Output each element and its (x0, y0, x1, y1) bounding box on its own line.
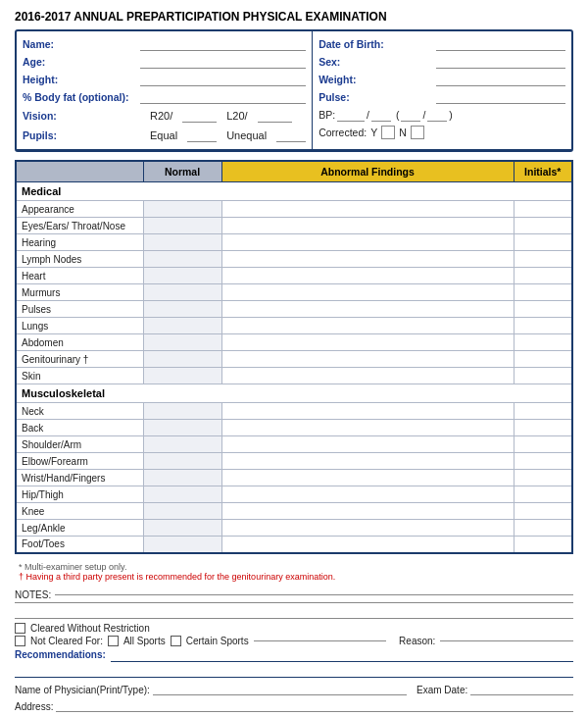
bp-systolic[interactable] (337, 108, 365, 122)
normal-cell[interactable] (143, 351, 221, 368)
abnormal-cell[interactable] (221, 453, 514, 470)
table-row: Abdomen (16, 334, 572, 351)
not-cleared-checkbox[interactable] (15, 636, 25, 646)
certain-sports-checkbox[interactable] (171, 636, 181, 646)
weight-value[interactable] (436, 73, 565, 86)
table-row: Appearance (16, 201, 572, 218)
initials-cell[interactable] (514, 537, 572, 553)
bp-field3[interactable] (427, 108, 447, 122)
normal-cell[interactable] (143, 318, 221, 334)
table-row: Wrist/Hand/Fingers (16, 470, 572, 486)
initials-cell[interactable] (514, 486, 572, 503)
abnormal-cell[interactable] (221, 368, 514, 384)
normal-cell[interactable] (143, 486, 221, 503)
recommendations-value[interactable] (111, 648, 573, 662)
initials-cell[interactable] (514, 251, 572, 268)
bodyfat-label: % Body fat (optional): (23, 91, 140, 103)
cleared-checkbox[interactable] (15, 623, 25, 634)
initials-cell[interactable] (514, 201, 572, 218)
normal-cell[interactable] (143, 251, 221, 268)
abnormal-cell[interactable] (221, 436, 514, 453)
reason-value[interactable] (440, 640, 573, 641)
normal-cell[interactable] (143, 403, 221, 420)
initials-cell[interactable] (514, 234, 572, 251)
physician-value[interactable] (153, 682, 407, 695)
initials-cell[interactable] (514, 520, 572, 537)
dob-value[interactable] (436, 37, 565, 51)
normal-cell[interactable] (143, 420, 221, 436)
normal-cell[interactable] (143, 470, 221, 486)
corrected-n-box[interactable] (411, 126, 424, 139)
abnormal-cell[interactable] (221, 301, 514, 318)
normal-cell[interactable] (143, 268, 221, 284)
initials-cell[interactable] (514, 268, 572, 284)
initials-cell[interactable] (514, 436, 572, 453)
abnormal-cell[interactable] (221, 201, 514, 218)
bp-diastolic[interactable] (371, 108, 391, 122)
normal-cell[interactable] (143, 453, 221, 470)
abnormal-cell[interactable] (221, 520, 514, 537)
certain-sports-value[interactable] (254, 640, 387, 641)
normal-cell[interactable] (143, 537, 221, 553)
initials-cell[interactable] (514, 301, 572, 318)
footnote-section: * Multi-examiner setup only. † Having a … (15, 560, 573, 584)
vision-l-label: L20/ (226, 110, 247, 122)
initials-cell[interactable] (514, 284, 572, 301)
abnormal-cell[interactable] (221, 503, 514, 520)
abnormal-cell[interactable] (221, 420, 514, 436)
bp-field2[interactable] (401, 108, 420, 122)
abnormal-cell[interactable] (221, 334, 514, 351)
normal-cell[interactable] (143, 234, 221, 251)
normal-cell[interactable] (143, 436, 221, 453)
abnormal-cell[interactable] (221, 351, 514, 368)
section-header: Musculoskeletal (16, 384, 572, 403)
normal-cell[interactable] (143, 368, 221, 384)
bodyfat-value[interactable] (140, 90, 306, 104)
normal-cell[interactable] (143, 301, 221, 318)
normal-cell[interactable] (143, 218, 221, 234)
age-value[interactable] (140, 55, 306, 69)
initials-cell[interactable] (514, 334, 572, 351)
normal-cell[interactable] (143, 503, 221, 520)
abnormal-cell[interactable] (221, 470, 514, 486)
all-sports-checkbox[interactable] (108, 636, 119, 646)
row-label: Skin (16, 368, 143, 384)
abnormal-cell[interactable] (221, 318, 514, 334)
initials-cell[interactable] (514, 318, 572, 334)
initials-cell[interactable] (514, 403, 572, 420)
initials-cell[interactable] (514, 218, 572, 234)
initials-cell[interactable] (514, 368, 572, 384)
normal-cell[interactable] (143, 520, 221, 537)
exam-date-value[interactable] (470, 682, 573, 695)
abnormal-cell[interactable] (221, 251, 514, 268)
address-value[interactable] (56, 698, 573, 712)
pupils-unequal-value[interactable] (276, 128, 306, 142)
pulse-value[interactable] (436, 90, 565, 104)
abnormal-cell[interactable] (221, 403, 514, 420)
abnormal-cell[interactable] (221, 218, 514, 234)
abnormal-cell[interactable] (221, 284, 514, 301)
normal-cell[interactable] (143, 201, 221, 218)
abnormal-cell[interactable] (221, 537, 514, 553)
table-row: Heart (16, 268, 572, 284)
corrected-y-box[interactable] (381, 126, 395, 139)
name-value[interactable] (140, 37, 306, 51)
sex-value[interactable] (436, 55, 565, 69)
initials-cell[interactable] (514, 351, 572, 368)
vision-r-value[interactable] (182, 109, 217, 123)
notes-line2[interactable] (15, 605, 573, 619)
abnormal-cell[interactable] (221, 486, 514, 503)
initials-cell[interactable] (514, 453, 572, 470)
row-label: Eyes/Ears/ Throat/Nose (16, 218, 143, 234)
height-value[interactable] (140, 73, 306, 86)
abnormal-cell[interactable] (221, 234, 514, 251)
normal-cell[interactable] (143, 334, 221, 351)
pupils-equal-value[interactable] (187, 128, 217, 142)
normal-cell[interactable] (143, 284, 221, 301)
abnormal-cell[interactable] (221, 268, 514, 284)
initials-cell[interactable] (514, 420, 572, 436)
initials-cell[interactable] (514, 470, 572, 486)
vision-l-value[interactable] (258, 109, 292, 123)
initials-cell[interactable] (514, 503, 572, 520)
notes-value[interactable] (55, 594, 573, 595)
